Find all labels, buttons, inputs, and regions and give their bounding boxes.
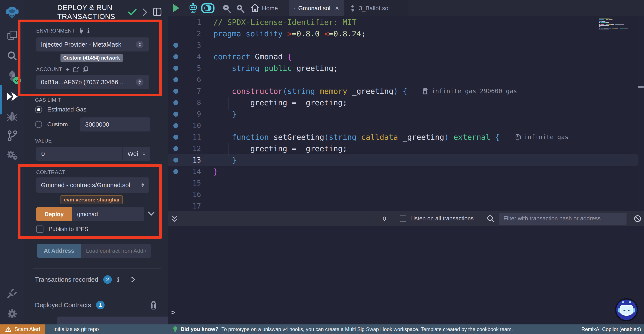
- minimap-line: [599, 31, 601, 31]
- editor-toolbar: Home Gmonad.sol × 3_Ballot.sol: [168, 0, 644, 16]
- code-line[interactable]: 11 function setGreeting(string calldata …: [168, 131, 644, 143]
- toolbar-separator: [184, 0, 184, 16]
- code-line[interactable]: 14}: [168, 166, 644, 177]
- deploy-run-icon[interactable]: [0, 91, 24, 102]
- code-line[interactable]: 17: [168, 200, 644, 211]
- terminal-prompt: >: [171, 308, 175, 316]
- plugin-manager-icon[interactable]: [0, 150, 24, 160]
- gutter-dot-icon: [168, 169, 183, 174]
- custom-gas-input[interactable]: [80, 117, 150, 131]
- copilot-toggle-icon[interactable]: [201, 3, 215, 13]
- scam-alert-button[interactable]: Scam Alert: [0, 325, 45, 334]
- transactions-info-icon[interactable]: i: [117, 276, 119, 283]
- code-line[interactable]: 1// SPDX-License-Identifier: MIT: [168, 16, 644, 28]
- code-line[interactable]: 4contract Gmonad {: [168, 51, 644, 62]
- scrollbar-mark: [638, 86, 644, 88]
- value-input[interactable]: [36, 147, 122, 161]
- zoom-in-icon[interactable]: [236, 4, 245, 13]
- value-unit-select[interactable]: Wei: [123, 147, 150, 161]
- transactions-recorded-row[interactable]: Transactions recorded 2 i: [35, 275, 158, 284]
- line-number: 11: [183, 133, 201, 141]
- minimap-line: [599, 26, 601, 27]
- deploy-button[interactable]: Deploy: [36, 207, 72, 221]
- publish-ipfs-checkbox[interactable]: [36, 226, 44, 233]
- deploy-param-input[interactable]: [72, 207, 144, 221]
- code-line[interactable]: 15: [168, 177, 644, 189]
- deployed-contract-item[interactable]: [57, 317, 182, 325]
- code-line[interactable]: 9 }: [168, 108, 644, 120]
- trash-icon[interactable]: [150, 300, 158, 310]
- collapse-terminal-icon[interactable]: [171, 215, 178, 223]
- code-line[interactable]: 8 greeting = _greeting;: [168, 97, 644, 108]
- minimap[interactable]: [599, 18, 638, 43]
- tab-ballot[interactable]: 3_Ballot.sol: [344, 0, 408, 16]
- contract-select[interactable]: Gmonad - contracts/Gmonad.sol: [36, 177, 149, 193]
- code-line[interactable]: 10: [168, 120, 644, 131]
- expand-transactions-icon[interactable]: [131, 276, 136, 283]
- home-icon[interactable]: [250, 3, 260, 12]
- plug-small-icon[interactable]: [78, 28, 84, 34]
- code-line[interactable]: 3: [168, 39, 644, 51]
- git-icon[interactable]: [0, 130, 24, 141]
- code-line[interactable]: 2pragma solidity >=0.8.0 <=0.8.24;: [168, 28, 644, 39]
- deployed-count-badge: 1: [96, 301, 104, 309]
- settings-gear-icon[interactable]: [0, 309, 24, 319]
- zoom-out-icon[interactable]: [222, 4, 231, 13]
- gutter-dot-icon: [168, 43, 183, 48]
- home-tab[interactable]: Home: [262, 0, 278, 16]
- divider: [33, 292, 161, 292]
- code-line[interactable]: 16: [168, 189, 644, 200]
- clear-console-icon[interactable]: [634, 215, 642, 223]
- listen-checkbox[interactable]: [400, 216, 406, 222]
- search-icon[interactable]: [0, 51, 24, 61]
- transactions-count-badge: 2: [103, 275, 112, 284]
- terminal-output[interactable]: >: [168, 226, 644, 325]
- code-line[interactable]: 5 string public greeting;: [168, 62, 644, 74]
- radio-selected-icon: [35, 106, 42, 113]
- code-text: }: [214, 167, 218, 176]
- chevron-right-icon[interactable]: [142, 8, 148, 16]
- select-caret-icon: [136, 78, 143, 86]
- gutter-dot-icon: [168, 123, 183, 128]
- line-number: 2: [183, 29, 201, 38]
- warning-triangle-icon: [5, 326, 12, 332]
- publish-ipfs-row[interactable]: Publish to IPFS: [36, 226, 88, 233]
- copilot-status[interactable]: RemixAI Copilot (enabled): [582, 325, 641, 334]
- code-text: contract Gmonad {: [214, 52, 292, 61]
- check-icon[interactable]: [127, 8, 137, 16]
- edit-account-icon[interactable]: [73, 66, 79, 72]
- environment-select[interactable]: Injected Provider - MetaMask: [36, 37, 149, 51]
- plug-icon[interactable]: [0, 288, 24, 299]
- code-line[interactable]: 7 constructor(string memory _greeting) {…: [168, 85, 644, 97]
- line-number: 12: [183, 144, 201, 153]
- transaction-filter-input[interactable]: [499, 213, 626, 225]
- line-number: 16: [183, 190, 201, 199]
- split-columns-icon[interactable]: [152, 7, 162, 16]
- estimated-gas-radio[interactable]: Estimated Gas: [35, 106, 86, 113]
- editor-scrollbar[interactable]: [638, 16, 644, 211]
- copy-account-icon[interactable]: [83, 66, 88, 72]
- ai-robot-icon[interactable]: [188, 3, 198, 14]
- code-editor[interactable]: 1// SPDX-License-Identifier: MIT2pragma …: [168, 16, 644, 211]
- tab-gmonad[interactable]: Gmonad.sol ×: [289, 0, 344, 16]
- run-script-icon[interactable]: [172, 3, 180, 13]
- remix-logo-icon[interactable]: [0, 5, 24, 19]
- at-address-button[interactable]: At Address: [37, 244, 81, 258]
- expand-deploy-icon[interactable]: [147, 210, 155, 217]
- remix-ai-assistant-button[interactable]: [615, 298, 638, 321]
- debugger-icon[interactable]: [0, 111, 24, 122]
- code-line[interactable]: 6: [168, 74, 644, 85]
- add-account-icon[interactable]: +: [66, 66, 70, 72]
- environment-label: ENVIRONMENT i: [36, 27, 90, 34]
- account-select[interactable]: 0xB1a...AF67b (7037.30466...: [36, 75, 149, 89]
- at-address-input[interactable]: [81, 244, 151, 258]
- close-tab-icon[interactable]: ×: [335, 4, 339, 12]
- git-init-button[interactable]: Initialize as git repo: [53, 325, 99, 334]
- code-line[interactable]: 13 }: [168, 154, 644, 166]
- terminal-search-icon[interactable]: [487, 215, 494, 223]
- code-line[interactable]: 12 greeting = _greeting;: [168, 143, 644, 154]
- custom-gas-radio[interactable]: Custom: [35, 121, 68, 128]
- environment-info-icon[interactable]: i: [87, 27, 90, 34]
- file-explorer-icon[interactable]: [0, 30, 24, 41]
- code-text: greeting = _greeting;: [214, 144, 347, 153]
